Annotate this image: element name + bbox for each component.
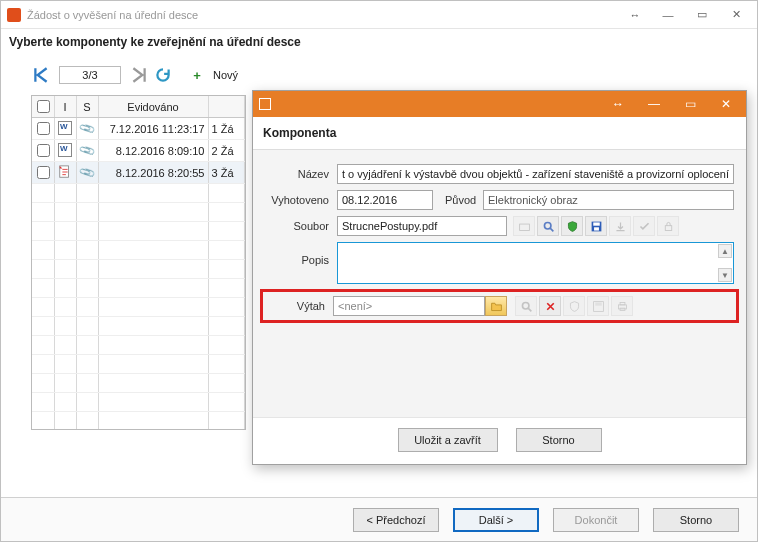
modal-app-icon — [259, 98, 271, 110]
first-page-icon[interactable] — [31, 65, 51, 85]
open-file-icon — [513, 216, 535, 236]
row-date: 8.12.2016 8:20:55 — [98, 162, 208, 184]
table-row[interactable]: 📎 7.12.2016 11:23:17 1 Žá — [32, 118, 245, 140]
app-icon — [7, 8, 21, 22]
row-date: 8.12.2016 8:09:10 — [98, 140, 208, 162]
attachment-icon: 📎 — [78, 141, 97, 159]
row-check[interactable] — [37, 144, 50, 157]
check-icon — [633, 216, 655, 236]
label-puvod: Původ — [433, 194, 483, 206]
svg-rect-9 — [595, 302, 602, 305]
svg-rect-11 — [620, 302, 625, 304]
vyhotoveno-field[interactable]: 08.12.2016 — [337, 190, 433, 210]
view-icon[interactable] — [537, 216, 559, 236]
col-header-i[interactable]: I — [54, 96, 76, 118]
save-close-button[interactable]: Uložit a zavřít — [398, 428, 498, 452]
vytah-shield-icon — [563, 296, 585, 316]
modal-maximize-button[interactable]: ▭ — [672, 94, 708, 114]
word-icon — [58, 121, 72, 135]
label-vytah: Výtah — [267, 300, 333, 312]
window-title: Žádost o vyvěšení na úřední desce — [27, 9, 617, 21]
vytah-delete-icon[interactable] — [539, 296, 561, 316]
modal-unpin-icon[interactable]: ↔ — [600, 94, 636, 114]
popis-field[interactable] — [337, 242, 734, 284]
lock-icon — [657, 216, 679, 236]
pdf-icon — [58, 165, 72, 179]
next-button[interactable]: Další > — [453, 508, 539, 532]
wizard-footer: < Předchozí Další > Dokončit Storno — [1, 497, 757, 541]
row-date: 7.12.2016 11:23:17 — [98, 118, 208, 140]
outer-titlebar: Žádost o vyvěšení na úřední desce ↔ — ▭ … — [1, 1, 757, 29]
row-rest: 3 Žá — [208, 162, 245, 184]
nazev-field[interactable]: t o vyjádření k výstavbě dvou objektů - … — [337, 164, 734, 184]
label-nazev: Název — [265, 168, 337, 180]
attachment-icon: 📎 — [78, 163, 97, 181]
row-rest: 1 Žá — [208, 118, 245, 140]
label-popis: Popis — [265, 242, 337, 266]
cancel-button[interactable]: Storno — [653, 508, 739, 532]
check-all[interactable] — [37, 100, 50, 113]
new-label: Nový — [211, 69, 238, 81]
next-page-icon[interactable] — [129, 65, 149, 85]
attachment-icon: 📎 — [78, 119, 97, 137]
vytah-print-icon — [611, 296, 633, 316]
svg-point-2 — [544, 222, 551, 229]
modal-close-button[interactable]: ✕ — [708, 94, 744, 114]
vytah-save-icon — [587, 296, 609, 316]
scroll-up-icon[interactable]: ▲ — [718, 244, 732, 258]
finish-button: Dokončit — [553, 508, 639, 532]
col-header-check[interactable] — [32, 96, 54, 118]
table-row[interactable]: 📎 8.12.2016 8:09:10 2 Žá — [32, 140, 245, 162]
label-vyhotoveno: Vyhotoveno — [265, 194, 337, 206]
scroll-down-icon[interactable]: ▼ — [718, 268, 732, 282]
svg-point-7 — [522, 302, 529, 309]
word-icon — [58, 143, 72, 157]
toolbar: 3/3 + Nový — [1, 63, 757, 91]
col-header-evidovano[interactable]: Evidováno — [98, 96, 208, 118]
refresh-icon[interactable] — [153, 65, 173, 85]
modal-minimize-button[interactable]: — — [636, 94, 672, 114]
col-header-rest[interactable] — [208, 96, 245, 118]
save-icon[interactable] — [585, 216, 607, 236]
row-check[interactable] — [37, 122, 50, 135]
svg-rect-4 — [593, 222, 600, 225]
soubor-field[interactable]: StrucnePostupy.pdf — [337, 216, 507, 236]
puvod-field[interactable]: Elektronický obraz — [483, 190, 734, 210]
maximize-button[interactable]: ▭ — [685, 5, 719, 25]
minimize-button[interactable]: — — [651, 5, 685, 25]
table-row[interactable]: 📎 8.12.2016 8:20:55 3 Žá — [32, 162, 245, 184]
shield-icon[interactable] — [561, 216, 583, 236]
svg-rect-5 — [594, 227, 599, 230]
komponenta-dialog: ↔ — ▭ ✕ Komponenta Název t o vyjádření k… — [252, 90, 747, 465]
label-soubor: Soubor — [265, 220, 337, 232]
vytah-field[interactable]: <není> — [333, 296, 485, 316]
export-icon — [609, 216, 631, 236]
close-button[interactable]: ✕ — [719, 5, 753, 25]
components-table: I S Evidováno 📎 7.12.2016 11:23:17 1 Žá — [31, 95, 246, 430]
modal-cancel-button[interactable]: Storno — [516, 428, 602, 452]
modal-title: Komponenta — [253, 117, 746, 149]
prev-button[interactable]: < Předchozí — [353, 508, 439, 532]
row-check[interactable] — [37, 166, 50, 179]
modal-titlebar[interactable]: ↔ — ▭ ✕ — [253, 91, 746, 117]
vytah-view-icon — [515, 296, 537, 316]
svg-rect-6 — [665, 225, 672, 230]
page-subtitle: Vyberte komponenty ke zveřejnění na úřed… — [1, 29, 757, 63]
svg-rect-1 — [519, 224, 529, 231]
unpin-icon[interactable]: ↔ — [617, 5, 651, 25]
modal-footer: Uložit a zavřít Storno — [253, 417, 746, 464]
col-header-s[interactable]: S — [76, 96, 98, 118]
page-indicator: 3/3 — [59, 66, 121, 84]
add-button[interactable]: + — [187, 65, 207, 85]
browse-folder-icon[interactable] — [485, 296, 507, 316]
row-rest: 2 Žá — [208, 140, 245, 162]
